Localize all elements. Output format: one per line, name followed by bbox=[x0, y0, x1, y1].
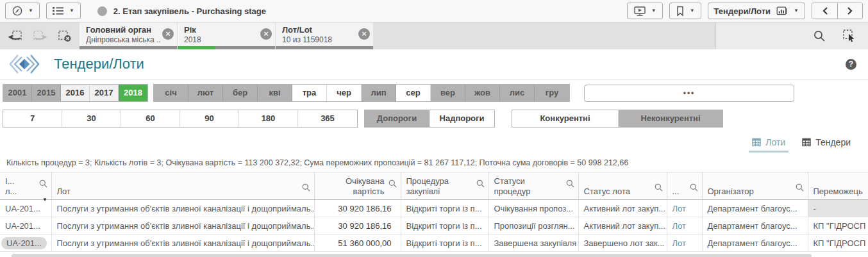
selection-chip-rik[interactable]: Рік 2018 × bbox=[178, 22, 275, 49]
app-navigation-button[interactable]: ▼ bbox=[5, 3, 40, 19]
clear-selections-button[interactable] bbox=[58, 29, 72, 42]
cell-lot[interactable]: Послуги з утримання об'єктів зливної кан… bbox=[51, 200, 314, 217]
month-option-4[interactable]: кві bbox=[258, 85, 292, 101]
selection-chip-lot[interactable]: Лот/Lot 10 из 1159018 × bbox=[276, 22, 373, 49]
competitive-option[interactable]: Конкурентні bbox=[512, 110, 619, 127]
cell-organizer[interactable]: Департамент благоус... bbox=[702, 200, 808, 217]
sort-descending-icon: ▼ bbox=[42, 197, 47, 203]
cell-lot-status[interactable]: Завершено лот зак... bbox=[578, 235, 667, 252]
cell-winner[interactable]: КП "ГІДРОСП bbox=[808, 235, 868, 252]
cell-procedure[interactable]: Відкриті торги із п... bbox=[401, 217, 488, 235]
year-option-2015[interactable]: 2015 bbox=[32, 85, 61, 101]
close-icon: × bbox=[165, 29, 171, 38]
cell-winner[interactable]: КП "ГІДРОСП bbox=[808, 217, 868, 235]
period-option-30[interactable]: 30 bbox=[62, 110, 121, 127]
period-option-365[interactable]: 365 bbox=[298, 110, 357, 127]
period-option-90[interactable]: 90 bbox=[180, 110, 239, 127]
column-header-winner[interactable]: Переможець bbox=[808, 172, 868, 200]
clear-chip-button[interactable]: × bbox=[358, 28, 370, 40]
undo-selection-button[interactable] bbox=[8, 29, 22, 42]
chip-value: 2018 bbox=[184, 35, 258, 44]
cell-procedure-status[interactable]: Пропозиції розглян... bbox=[488, 217, 578, 235]
tab-tendery[interactable]: Тендери bbox=[799, 136, 854, 153]
selections-tool-button[interactable] bbox=[842, 29, 856, 43]
month-option-6[interactable]: чер bbox=[327, 85, 362, 101]
column-header-lot-id[interactable]: І...л... ▼ bbox=[0, 172, 51, 200]
threshold-option-dopotohy[interactable]: Допороги bbox=[365, 110, 430, 127]
cell-lot-id[interactable]: UA-201... bbox=[0, 217, 51, 235]
month-option-8[interactable]: сер bbox=[396, 85, 431, 101]
sheets-menu-button[interactable]: ▼ bbox=[46, 3, 81, 19]
cell-lot-link[interactable]: Лот bbox=[667, 235, 702, 252]
clear-chip-button[interactable]: × bbox=[260, 28, 272, 40]
column-header-truncated[interactable]: ... bbox=[667, 172, 702, 200]
redo-selection-button[interactable] bbox=[33, 29, 47, 42]
column-header-lot[interactable]: Лот bbox=[51, 172, 314, 200]
column-search-icon[interactable] bbox=[796, 183, 804, 192]
previous-sheet-button[interactable] bbox=[812, 3, 837, 19]
cell-lot[interactable]: Послуги з утримання об'єктів зливної кан… bbox=[51, 235, 314, 252]
column-search-icon[interactable] bbox=[39, 179, 47, 188]
year-option-2001[interactable]: 2001 bbox=[3, 85, 32, 101]
month-option-11[interactable]: лис bbox=[500, 85, 535, 101]
cell-procedure-status[interactable]: Завершена закупівля bbox=[488, 235, 578, 252]
cell-procedure[interactable]: Відкриті торги із п... bbox=[401, 200, 488, 217]
next-sheet-button[interactable] bbox=[837, 3, 862, 19]
cell-procedure-status[interactable]: Очікування пропоз... bbox=[488, 200, 578, 217]
month-option-2[interactable]: лют bbox=[188, 85, 223, 101]
cell-winner[interactable]: - bbox=[808, 200, 868, 217]
presentation-button[interactable]: ▼ bbox=[627, 3, 663, 19]
column-header-procedure-status[interactable]: Статусипроцедур bbox=[488, 172, 578, 200]
column-search-icon[interactable] bbox=[476, 179, 485, 188]
month-option-9[interactable]: вер bbox=[431, 85, 465, 101]
cell-procedure[interactable]: Відкриті торги із п... bbox=[401, 235, 488, 252]
month-option-5[interactable]: тра bbox=[292, 85, 327, 101]
month-option-3[interactable]: бер bbox=[223, 85, 258, 101]
year-listbox: 2001 2015 2016 2017 2018 bbox=[3, 84, 148, 102]
column-search-icon[interactable] bbox=[690, 183, 698, 192]
bookmarks-button[interactable]: ▼ bbox=[669, 3, 701, 19]
year-option-2016[interactable]: 2016 bbox=[61, 85, 90, 101]
column-header-lot-status[interactable]: Статус лота bbox=[578, 172, 667, 200]
column-search-icon[interactable] bbox=[566, 179, 574, 188]
cell-organizer[interactable]: Департамент благоус... bbox=[702, 217, 808, 235]
period-option-60[interactable]: 60 bbox=[121, 110, 180, 127]
column-header-procedure[interactable]: Процедуразакупівлі bbox=[401, 172, 488, 200]
column-search-icon[interactable] bbox=[388, 179, 397, 188]
cell-lot-status[interactable]: Активний лот закуп... bbox=[578, 200, 667, 217]
month-option-7[interactable]: лип bbox=[362, 85, 396, 101]
cell-lot-status[interactable]: Активний лот закуп... bbox=[578, 217, 667, 235]
column-header-expected-value[interactable]: Очікуванавартість bbox=[314, 172, 401, 200]
cell-lot[interactable]: Послуги з утримання об'єктів зливної кан… bbox=[51, 217, 314, 235]
month-option-1[interactable]: січ bbox=[154, 85, 188, 101]
cell-lot-link[interactable]: Лот bbox=[667, 200, 702, 217]
cell-expected-value[interactable]: 30 920 186,16 bbox=[314, 200, 401, 217]
column-header-organizer[interactable]: Організатор bbox=[702, 172, 808, 200]
cell-organizer[interactable]: Департамент благоус... bbox=[702, 235, 808, 252]
noncompetitive-option[interactable]: Неконкурентні bbox=[619, 110, 722, 127]
bookmark-icon bbox=[676, 6, 685, 17]
filter-search-box[interactable]: ••• bbox=[584, 85, 794, 102]
month-option-10[interactable]: жов bbox=[465, 85, 500, 101]
period-option-180[interactable]: 180 bbox=[239, 110, 298, 127]
cell-lot-link[interactable]: Лот bbox=[667, 217, 702, 235]
column-search-icon[interactable] bbox=[655, 183, 663, 192]
help-button[interactable]: ? bbox=[846, 59, 856, 70]
cell-expected-value[interactable]: 30 920 186,16 bbox=[314, 217, 401, 235]
horizontal-scrollbar[interactable] bbox=[12, 254, 812, 257]
table-row: UA-201... Послуги з утримання об'єктів з… bbox=[0, 200, 868, 217]
tab-loty[interactable]: Лоти bbox=[749, 136, 789, 153]
clear-chip-button[interactable]: × bbox=[162, 28, 174, 40]
year-option-2017[interactable]: 2017 bbox=[90, 85, 119, 101]
period-option-7[interactable]: 7 bbox=[3, 110, 62, 127]
selections-bar: Головний орган Дніпровська міська ... × … bbox=[0, 22, 868, 49]
selection-chip-holovnyi-orhan[interactable]: Головний орган Дніпровська міська ... × bbox=[79, 22, 177, 49]
month-option-12[interactable]: гру bbox=[535, 85, 569, 101]
column-search-icon[interactable] bbox=[302, 183, 310, 192]
smart-search-button[interactable] bbox=[814, 30, 826, 42]
threshold-option-nadporohy[interactable]: Надпороги bbox=[430, 110, 494, 127]
cell-lot-id[interactable]: UA-201... bbox=[0, 235, 51, 252]
year-option-2018[interactable]: 2018 bbox=[119, 85, 147, 101]
cell-expected-value[interactable]: 51 360 000,00 bbox=[314, 235, 401, 252]
sheet-selector-button[interactable]: Тендери/Лоти ▼ bbox=[708, 3, 805, 19]
